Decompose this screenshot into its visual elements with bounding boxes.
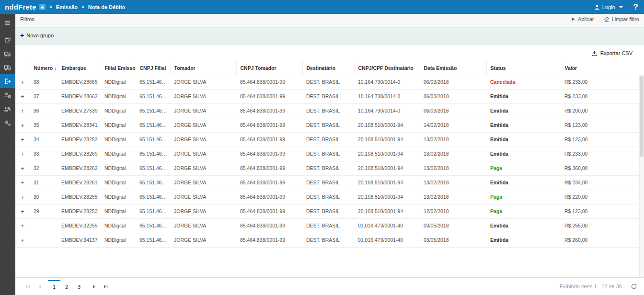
cell-destinatario: DEST. BRASIL	[302, 175, 354, 190]
table-row[interactable]: +EMBDEV.34137NDDigital65.151.466/000...J…	[15, 233, 644, 247]
next-page-icon	[92, 284, 97, 289]
logo-flag-icon	[39, 4, 46, 10]
column-header-tomador[interactable]: Tomador	[170, 61, 236, 75]
cell-data_emissao: 13/02/2018	[420, 132, 486, 147]
table-row[interactable]: +38EMBDEV.28665NDDigital65.151.466/000..…	[15, 75, 644, 89]
cell-data_emissao: 06/03/2018	[420, 75, 486, 89]
apply-filter-button[interactable]: Aplicar	[571, 16, 594, 22]
column-header-cnpj_destinatario[interactable]: CNPJ/CPF Destinatário	[354, 61, 420, 75]
cell-filial: NDDigital	[101, 218, 136, 233]
row-expand-button[interactable]: +	[15, 204, 30, 218]
cell-filial: NDDigital	[101, 103, 136, 118]
billing-icon	[4, 91, 12, 99]
cell-cnpj_destinatario: 10.164.730/0014-0	[354, 103, 420, 118]
cell-cnpj_destinatario: 20.108.510/0001-94	[354, 175, 420, 190]
next-page-button[interactable]	[88, 281, 100, 292]
row-expand-button[interactable]: +	[15, 147, 30, 161]
scrollbar-thumb[interactable]	[640, 76, 644, 157]
table-row[interactable]: +36EMBDEV.27539NDDigital65.151.466/000..…	[15, 103, 644, 118]
new-group-button[interactable]: + Novo grupo	[20, 32, 54, 39]
table-row[interactable]: +33EMBDEV.28269NDDigital65.151.466/000..…	[15, 147, 644, 161]
last-page-icon	[103, 284, 108, 289]
row-expand-button[interactable]: +	[15, 161, 30, 175]
download-icon	[591, 50, 598, 57]
sidebar-item-billing[interactable]	[0, 88, 15, 102]
sidebar-menu-button[interactable]	[0, 16, 15, 30]
column-header-status[interactable]: Status	[486, 61, 561, 75]
cell-numero: 30	[30, 190, 58, 204]
clear-filter-button[interactable]: Limpar filtro	[604, 16, 639, 22]
cell-numero: 37	[30, 89, 58, 103]
debit-notes-table: Número↓EmbarqueFilial EmissoraCNPJ Filia…	[15, 61, 644, 248]
cell-data_emissao: 03/05/2018	[420, 233, 486, 247]
cell-valor: R$ 360,00	[561, 161, 644, 175]
menu-icon	[4, 19, 12, 27]
page-button-3[interactable]: 3	[73, 280, 85, 293]
sidebar-item-branches[interactable]	[0, 33, 15, 46]
export-csv-label: Exportar CSV	[600, 50, 632, 56]
sidebar-item-users[interactable]	[0, 102, 15, 116]
page-button-1[interactable]: 1	[48, 280, 60, 293]
row-expand-button[interactable]: +	[15, 190, 30, 204]
cell-cnpj_destinatario: 20.108.510/0001-94	[354, 204, 420, 218]
table-row[interactable]: +35EMBDEV.28341NDDigital65.151.466/000..…	[15, 118, 644, 132]
table-row[interactable]: +31EMBDEV.28261NDDigital65.151.466/000..…	[15, 175, 644, 190]
cell-cnpj_filial: 65.151.466/000...	[136, 75, 170, 89]
cell-embarque: EMBDEV.28255	[58, 190, 101, 204]
row-expand-button[interactable]: +	[15, 75, 30, 89]
row-expand-button[interactable]: +	[15, 175, 30, 190]
layout: Filtros Aplicar Limpar filtro + Novo gru…	[0, 14, 644, 295]
cell-numero	[30, 218, 58, 233]
breadcrumb-item-emissao[interactable]: Emissão	[56, 4, 78, 10]
table-row[interactable]: +32EMBDEV.28262NDDigital65.151.466/000..…	[15, 161, 644, 175]
cell-data_emissao: 13/02/2018	[420, 147, 486, 161]
cell-data_emissao: 03/05/2018	[420, 218, 486, 233]
table-row[interactable]: +EMBDEV.32255NDDigital65.151.466/000...J…	[15, 218, 644, 233]
page-button-2[interactable]: 2	[60, 280, 73, 293]
cell-destinatario: DEST. BRASIL	[302, 190, 354, 204]
row-expand-button[interactable]: +	[15, 103, 30, 118]
cell-embarque: EMBDEV.28269	[58, 147, 101, 161]
table-row[interactable]: +34EMBDEV.28282NDDigital65.151.466/000..…	[15, 132, 644, 147]
table-row[interactable]: +30EMBDEV.28255NDDigital65.151.466/000..…	[15, 190, 644, 204]
row-expand-button[interactable]: +	[15, 132, 30, 147]
previous-page-button[interactable]	[34, 281, 45, 292]
sidebar-item-truck[interactable]	[0, 46, 15, 60]
table-row[interactable]: +37EMBDEV.28662NDDigital65.151.466/000..…	[15, 89, 644, 103]
cell-filial: NDDigital	[101, 161, 136, 175]
vertical-scrollbar[interactable]	[639, 75, 644, 277]
column-header-expand	[15, 61, 30, 75]
sidebar-item-emission[interactable]	[0, 74, 15, 88]
column-header-embarque[interactable]: Embarque	[58, 61, 101, 75]
row-expand-button[interactable]: +	[15, 233, 30, 247]
column-header-numero[interactable]: Número↓	[30, 61, 58, 75]
user-icon	[594, 4, 600, 10]
export-csv-button[interactable]: Exportar CSV	[591, 50, 632, 57]
sidebar-item-settings[interactable]	[0, 116, 15, 130]
row-expand-button[interactable]: +	[15, 89, 30, 103]
refresh-button[interactable]	[631, 283, 637, 290]
cell-data_emissao: 13/02/2018	[420, 175, 486, 190]
cell-valor: R$ 233,00	[561, 89, 644, 103]
plus-icon: +	[20, 32, 24, 39]
table-row[interactable]: +29EMBDEV.28253NDDigital65.151.466/000..…	[15, 204, 644, 218]
breadcrumb-item-nota-de-debito[interactable]: Nota de Débito	[88, 4, 126, 10]
column-header-data_emissao[interactable]: Data Emissão	[420, 61, 486, 75]
row-expand-button[interactable]: +	[15, 118, 30, 132]
cell-status: Emitida	[486, 103, 561, 118]
cell-cnpj_destinatario: 20.108.510/0001-94	[354, 132, 420, 147]
sidebar-item-fleet[interactable]	[0, 60, 15, 74]
cell-tomador: JORGE SILVA	[170, 175, 236, 190]
cell-destinatario: DEST. BRASIL	[302, 89, 354, 103]
cell-valor: R$ 123,00	[561, 118, 644, 132]
row-expand-button[interactable]: +	[15, 218, 30, 233]
column-header-cnpj_filial[interactable]: CNPJ Filial	[136, 61, 170, 75]
column-header-destinatario[interactable]: Destinatário	[302, 61, 354, 75]
column-header-valor[interactable]: Valor	[561, 61, 644, 75]
help-button[interactable]: ?	[628, 0, 644, 14]
first-page-button[interactable]	[22, 281, 34, 292]
column-header-filial[interactable]: Filial Emissora	[101, 61, 136, 75]
last-page-button[interactable]	[100, 281, 111, 292]
login-menu[interactable]: Login	[589, 0, 628, 14]
column-header-cnpj_tomador[interactable]: CNPJ Tomador	[236, 61, 302, 75]
